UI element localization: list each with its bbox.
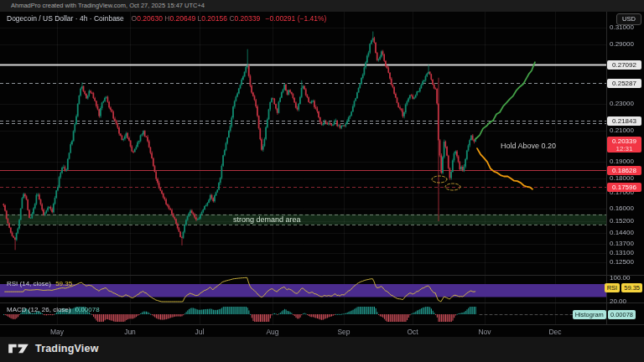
ohlc-value: 0.20649 [169, 14, 197, 23]
rsi-pane-value: 59.35 [55, 280, 72, 287]
price-axis-tick: 0.15200 [610, 217, 634, 225]
tradingview-chart-window: AhmadPro created with TradingView.com, O… [0, 0, 644, 362]
price-axis-tick: 0.12500 [610, 258, 634, 266]
time-axis-month-label: Dec [548, 328, 561, 336]
time-axis-month-label: Sep [337, 328, 350, 336]
rsi-scale-label: 100.00 [610, 274, 630, 282]
price-axis-tick: 0.13100 [610, 249, 634, 257]
rsi-scale-label: 20.00 [610, 297, 626, 305]
time-axis-month-label: Jun [124, 328, 136, 336]
time-axis-month-label: Aug [266, 328, 278, 336]
alert-level-label: 0.18628 [607, 166, 641, 175]
macd-pane-legend[interactable]: MACD (12, 26, close) 0.00078 [7, 306, 100, 313]
branding-footer: TradingView [0, 337, 644, 362]
rsi-tag-value: 59.35 [621, 283, 642, 292]
price-axis-tick: 0.16000 [610, 204, 634, 213]
macd-pane-value: 0.00078 [75, 306, 100, 313]
rsi-axis-tag: RSI 59.35 [605, 283, 642, 292]
time-axis-month-label: Jul [195, 328, 205, 336]
histogram-tag-value: 0.00078 [608, 310, 636, 319]
price-axis-tick: 0.13700 [610, 240, 634, 248]
price-axis-tick: 0.18000 [610, 174, 634, 183]
rsi-pane-title: RSI (14, close) [7, 280, 51, 287]
alert-level-label: 0.17596 [607, 183, 641, 192]
price-level-label: 0.21843 [607, 116, 641, 126]
time-axis-month-label: Nov [478, 328, 491, 336]
time-axis-month-label: May [50, 328, 64, 336]
symbol-legend[interactable]: Dogecoin / US Dollar · 4h · Coinbase O0.… [7, 14, 326, 23]
change-value: −0.00291 (−1.41%) [266, 14, 327, 23]
price-level-label: 0.27092 [607, 60, 641, 70]
price-axis-tick: 0.23000 [610, 100, 634, 108]
ohlc-values: O0.20630 H0.20649 L0.20156 C0.20339 [132, 14, 262, 23]
rsi-tag-label: RSI [605, 283, 621, 292]
macd-axis-tag: Histogram 0.00078 [573, 310, 636, 319]
price-axis-tick: 0.21000 [610, 127, 634, 135]
price-level-label: 0.25287 [607, 79, 641, 88]
export-attribution-bar: AhmadPro created with TradingView.com, O… [0, 0, 644, 12]
price-axis-tick: 0.29000 [610, 40, 634, 49]
ohlc-value: 0.20630 [137, 14, 164, 23]
price-axis-tick: 0.19000 [610, 158, 634, 166]
tradingview-logo-icon [8, 341, 29, 355]
tradingview-wordmark: TradingView [35, 343, 99, 354]
rsi-pane-legend[interactable]: RSI (14, close) 59.35 [7, 280, 72, 287]
ohlc-value: 0.20156 [201, 14, 229, 23]
time-axis-month-label: Oct [407, 328, 418, 336]
price-axis-tick: 0.14400 [610, 229, 634, 237]
macd-pane-title: MACD (12, 26, close) [7, 306, 70, 313]
demand-zone-label: strong demand area [233, 215, 301, 224]
hold-above-annotation: Hold Above 0.20 [501, 142, 556, 150]
ohlc-value: 0.20339 [235, 14, 262, 23]
bar-countdown: 12:31 [607, 146, 641, 153]
current-price-label: 0.2033912:31 [607, 137, 641, 153]
symbol-title[interactable]: Dogecoin / US Dollar · 4h · Coinbase [7, 14, 124, 23]
histogram-tag-label: Histogram [573, 310, 606, 319]
price-axis-tick: 0.31000 [610, 23, 634, 32]
tradingview-logo[interactable]: TradingView [8, 341, 99, 355]
